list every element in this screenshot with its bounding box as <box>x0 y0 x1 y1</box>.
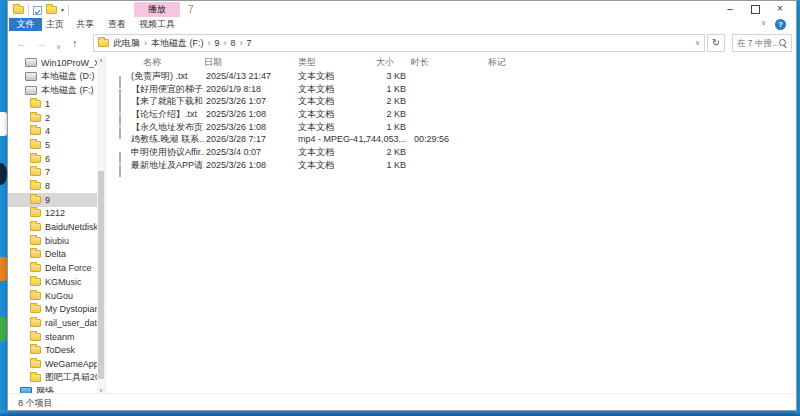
sidebar-item-1212[interactable]: 1212 <box>8 207 97 221</box>
sidebar-item-my-dystopian-ro[interactable]: My Dystopian Ro <box>8 302 97 316</box>
folder-icon <box>30 360 41 368</box>
folder-icon <box>30 278 41 286</box>
folder-icon <box>30 264 41 272</box>
maximize-icon <box>751 5 760 14</box>
status-bar: 8 个项目 <box>8 393 796 410</box>
sidebar-item-kugou[interactable]: KuGou <box>8 289 97 303</box>
file-row[interactable]: 申明使用协议Affir...2025/3/4 0:07文本文档2 KB <box>106 146 796 159</box>
tab-video-tools[interactable]: 视频工具 <box>134 18 180 31</box>
search-input[interactable] <box>733 38 779 48</box>
column-header-1[interactable]: 名称 <box>143 56 161 69</box>
sidebar-item-steanm[interactable]: steanm <box>8 330 97 344</box>
breadcrumb-item[interactable]: 7 <box>243 38 256 48</box>
sidebar-item-label: biubiu <box>45 236 69 246</box>
desktop-icon[interactable] <box>0 163 7 185</box>
file-date: 2025/3/26 1:07 <box>206 95 296 108</box>
file-name: 【永久地址发布页... <box>131 121 204 134</box>
file-row[interactable]: 最新地址及APP请...2025/3/26 1:08文本文档1 KB <box>106 159 796 172</box>
close-button[interactable]: × <box>770 1 790 16</box>
file-size: 1 KB <box>346 83 406 96</box>
sidebar-item--d-[interactable]: 本地磁盘 (D:) <box>8 70 97 84</box>
file-size: 2 KB <box>346 95 406 108</box>
tab-file[interactable]: 文件 <box>9 18 42 31</box>
file-row[interactable]: 鸡教练.晚潮 联系...2026/3/28 7:17mp4 - MPEG-4 .… <box>106 133 796 146</box>
recent-locations-icon[interactable]: ∨ <box>56 39 61 55</box>
desktop-icon[interactable] <box>0 112 7 136</box>
file-size: 1,744,053... <box>346 133 406 146</box>
properties-icon[interactable] <box>33 6 42 15</box>
sidebar-item-8[interactable]: 8 <box>8 179 97 193</box>
sidebar-item-win10prow_x64-c[interactable]: Win10ProW_X64 (C <box>8 56 97 70</box>
new-folder-icon[interactable] <box>46 6 57 14</box>
column-header-6[interactable]: 标记 <box>488 56 506 69</box>
title-bar[interactable]: ▾ 播放 7 – × <box>8 1 796 18</box>
sidebar-item--202502[interactable]: 图吧工具箱202502 <box>8 371 97 385</box>
ribbon-collapse-icon[interactable]: ∨ <box>761 19 766 27</box>
scrollbar-thumb[interactable] <box>98 171 104 379</box>
sidebar-item-7[interactable]: 7 <box>8 166 97 180</box>
breadcrumb-item[interactable]: 此电脑 <box>109 37 144 50</box>
desktop-icon[interactable] <box>0 257 7 281</box>
sidebar-item-label: 1212 <box>45 208 65 218</box>
scroll-up-icon[interactable]: ∧ <box>97 56 105 65</box>
breadcrumb-item[interactable]: 9 <box>211 38 224 48</box>
refresh-button[interactable]: ↻ <box>707 34 725 52</box>
desktop-icon[interactable] <box>0 317 7 341</box>
breadcrumb-item[interactable]: 8 <box>227 38 240 48</box>
folder-icon <box>30 333 41 341</box>
sidebar-item-5[interactable]: 5 <box>8 138 97 152</box>
sidebar-item-1[interactable]: 1 <box>8 97 97 111</box>
separator <box>28 5 29 15</box>
sidebar-item-biubiu[interactable]: biubiu <box>8 234 97 248</box>
sidebar-item-label: BaiduNetdiskDow <box>45 222 97 232</box>
sidebar-item-label: 9 <box>45 195 50 205</box>
sidebar-item-delta[interactable]: Delta <box>8 248 97 262</box>
sidebar-item-6[interactable]: 6 <box>8 152 97 166</box>
breadcrumb-item[interactable]: 本地磁盘 (F:) <box>147 37 208 50</box>
sidebar-item-delta-force[interactable]: Delta Force <box>8 261 97 275</box>
file-name: 【来了就能下载和... <box>131 95 204 108</box>
sidebar-item-wegameapps[interactable]: WeGameApps <box>8 357 97 371</box>
sidebar-item--f-[interactable]: 本地磁盘 (F:) <box>8 83 97 97</box>
search-box <box>732 34 792 52</box>
file-date: 2025/4/13 21:47 <box>206 70 296 83</box>
tab-1[interactable]: 主页 <box>41 18 69 31</box>
column-header-2[interactable]: 日期 <box>204 56 222 69</box>
sidebar-scrollbar[interactable]: ∧ ∨ <box>97 56 105 395</box>
minimize-button[interactable]: – <box>720 1 740 16</box>
sidebar-item-todesk[interactable]: ToDesk <box>8 343 97 357</box>
file-row[interactable]: (免责声明) .txt2025/4/13 21:47文本文档3 KB <box>106 70 796 83</box>
file-name: 【论坛介绍】.txt <box>131 108 204 121</box>
file-row[interactable]: 【永久地址发布页...2025/3/26 1:08文本文档1 KB <box>106 121 796 134</box>
file-row[interactable]: 【好用便宜的梯子...2026/1/9 8:18文本文档1 KB <box>106 83 796 96</box>
tab-2[interactable]: 共享 <box>71 18 99 31</box>
sidebar-item-baidunetdiskdow[interactable]: BaiduNetdiskDow <box>8 220 97 234</box>
forward-button[interactable]: → <box>36 35 47 51</box>
help-icon[interactable]: ? <box>775 19 786 30</box>
sidebar-item-kgmusic[interactable]: KGMusic <box>8 275 97 289</box>
file-row[interactable]: 【来了就能下载和...2025/3/26 1:07文本文档2 KB <box>106 95 796 108</box>
file-size: 1 KB <box>346 159 406 172</box>
video-tools-group-header[interactable]: 播放 <box>134 2 180 17</box>
up-button[interactable]: ↑ <box>72 35 78 51</box>
column-header-5[interactable]: 时长 <box>411 56 429 69</box>
sidebar-item-4[interactable]: 4 <box>8 124 97 138</box>
maximize-button[interactable] <box>745 1 765 16</box>
back-button[interactable]: ← <box>16 35 27 51</box>
address-dropdown-icon[interactable]: ∨ <box>691 39 704 47</box>
desktop-strip <box>0 411 800 416</box>
column-header-4[interactable]: 大小 <box>376 56 394 69</box>
folder-icon <box>30 305 41 313</box>
qat-dropdown-icon[interactable]: ▾ <box>61 5 64 15</box>
file-row[interactable]: 【论坛介绍】.txt2025/3/26 1:08文本文档2 KB <box>106 108 796 121</box>
address-bar[interactable]: 此电脑›本地磁盘 (F:)›9›8›7 ∨ <box>93 34 705 52</box>
sidebar-item-rail_user_data[interactable]: rail_user_data <box>8 316 97 330</box>
column-header-3[interactable]: 类型 <box>298 56 316 69</box>
tab-3[interactable]: 查看 <box>103 18 131 31</box>
sidebar-item-label: 5 <box>45 140 50 150</box>
explorer-window: ▾ 播放 7 – × 文件 主页共享查看 视频工具 ∨ ? ← → ∨ ↑ 此电… <box>7 0 797 411</box>
sidebar-item-9[interactable]: 9 <box>8 193 97 207</box>
search-icon[interactable] <box>779 39 788 48</box>
sidebar-item-2[interactable]: 2 <box>8 111 97 125</box>
ribbon-tabs: 文件 主页共享查看 视频工具 ∨ ? <box>8 18 796 32</box>
